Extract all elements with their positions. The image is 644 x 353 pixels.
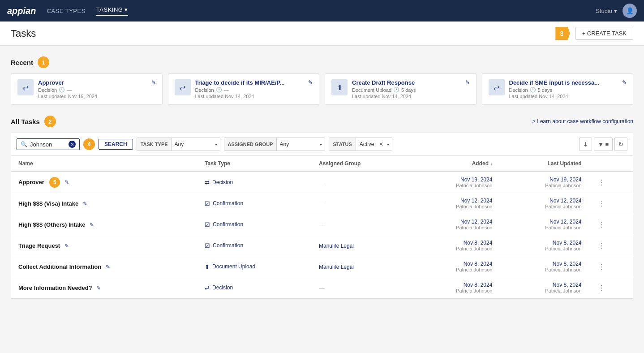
added-sort-icon[interactable]: ↓ xyxy=(490,161,492,166)
assigned-group-0: — xyxy=(319,179,325,186)
user-avatar[interactable]: 👤 xyxy=(623,4,637,18)
row-edit-icon-3[interactable]: ✎ xyxy=(64,243,69,249)
updated-date-2: Nov 12, 2024 xyxy=(507,219,581,225)
task-name-0: Approver xyxy=(18,179,44,185)
row-edit-icon-5[interactable]: ✎ xyxy=(96,285,101,291)
create-task-button[interactable]: + CREATE TASK xyxy=(575,27,633,40)
download-button[interactable]: ⬇ xyxy=(579,138,592,151)
task-name-4: Collect Additional Information xyxy=(18,263,101,270)
search-container: 🔍 ✕ xyxy=(17,138,80,150)
updated-person-3: Patricia Johnson xyxy=(507,246,581,251)
assigned-group-select[interactable]: Any xyxy=(277,138,317,151)
card-icon-3: ⇄ xyxy=(489,79,505,95)
studio-label: Studio xyxy=(596,8,612,14)
page-header: Tasks 3 + CREATE TASK xyxy=(0,22,644,46)
card-icon-2: ⬆ xyxy=(331,79,348,95)
added-person-0: Patricia Johnson xyxy=(417,183,492,188)
card-title-2: Create Draft Response xyxy=(352,79,461,86)
cell-name-0: Approver 5 ✎ xyxy=(11,172,197,193)
card-duration-0: — xyxy=(67,87,72,93)
added-date-5: Nov 8, 2024 xyxy=(417,282,492,288)
cell-added-1: Nov 12, 2024 Patricia Johnson xyxy=(410,193,499,214)
row-more-button-3[interactable]: ⋮ xyxy=(596,242,607,250)
updated-date-5: Nov 8, 2024 xyxy=(507,282,581,288)
added-date-2: Nov 12, 2024 xyxy=(417,219,492,225)
row-edit-icon-4[interactable]: ✎ xyxy=(106,264,110,270)
status-clear-button[interactable]: ✕ xyxy=(378,141,384,147)
nav-case-types[interactable]: CASE TYPES xyxy=(47,8,85,14)
task-type-5: ⇄ Decision xyxy=(205,284,305,291)
filter-actions: ⬇ ▼ ≡ ↻ xyxy=(579,138,627,151)
type-icon-3: ☑ xyxy=(205,242,210,249)
nav-left: appian CASE TYPES TASKING ▾ xyxy=(7,6,128,16)
row-more-button-4[interactable]: ⋮ xyxy=(596,263,607,271)
card-edit-1[interactable]: ✎ xyxy=(308,79,313,86)
row-edit-icon-1[interactable]: ✎ xyxy=(83,201,87,207)
status-value: Active xyxy=(356,138,378,151)
card-type-1: Decision xyxy=(195,87,214,93)
row-more-button-2[interactable]: ⋮ xyxy=(596,221,607,228)
row-edit-icon-0[interactable]: ✎ xyxy=(64,179,69,185)
col-assigned-group: Assigned Group xyxy=(312,156,410,172)
row-edit-icon-2[interactable]: ✎ xyxy=(90,222,94,228)
cell-type-2: ☑ Confirmation xyxy=(197,214,312,235)
row-more-button-1[interactable]: ⋮ xyxy=(596,200,607,207)
filter-button[interactable]: ▼ ≡ xyxy=(594,138,613,151)
type-label-3: Confirmation xyxy=(213,242,243,249)
cell-added-3: Nov 8, 2024 Patricia Johnson xyxy=(410,235,499,256)
card-content-0: Approver Decision 🕐 — Last updated Nov 1… xyxy=(38,79,147,99)
added-person-2: Patricia Johnson xyxy=(417,225,492,230)
task-type-3: ☑ Confirmation xyxy=(205,242,305,249)
tasking-dropdown-icon: ▾ xyxy=(125,6,128,13)
search-clear-button[interactable]: ✕ xyxy=(69,141,76,148)
assigned-group-5: — xyxy=(319,284,325,291)
cell-added-4: Nov 8, 2024 Patricia Johnson xyxy=(410,256,499,277)
table-row: Approver 5 ✎ ⇄ Decision — Nov 19, 2024 P… xyxy=(11,172,633,193)
task-type-label: TASK TYPE xyxy=(137,138,172,151)
added-date-4: Nov 8, 2024 xyxy=(417,261,492,267)
card-edit-2[interactable]: ✎ xyxy=(465,79,470,86)
added-person-1: Patricia Johnson xyxy=(417,204,492,209)
task-type-select[interactable]: Any xyxy=(172,138,212,151)
cell-more-2: ⋮ xyxy=(589,214,633,235)
card-edit-3[interactable]: ✎ xyxy=(622,79,627,86)
create-task-label: + CREATE TASK xyxy=(582,30,627,37)
card-icon-0: ⇄ xyxy=(17,79,34,95)
nav-tasking[interactable]: TASKING ▾ xyxy=(96,6,128,16)
card-date-1: Last updated Nov 14, 2024 xyxy=(195,94,304,99)
cell-updated-5: Nov 8, 2024 Patricia Johnson xyxy=(499,277,588,298)
refresh-button[interactable]: ↻ xyxy=(614,138,627,151)
cell-more-3: ⋮ xyxy=(589,235,633,256)
studio-button[interactable]: Studio ▾ xyxy=(596,8,617,14)
row-more-button-5[interactable]: ⋮ xyxy=(596,284,607,292)
col-added: Added ↓ xyxy=(410,156,499,172)
updated-date-3: Nov 8, 2024 xyxy=(507,240,581,246)
learn-link[interactable]: > Learn about case workflow configuratio… xyxy=(532,118,633,125)
recent-card-3[interactable]: ⇄ Decide if SME input is necessa... Deci… xyxy=(482,73,634,105)
task-name-2: High $$$ (Others) Intake xyxy=(18,221,86,228)
table-row: Triage Request ✎ ☑ Confirmation Manulife… xyxy=(11,235,633,256)
cell-added-5: Nov 8, 2024 Patricia Johnson xyxy=(410,277,499,298)
search-button[interactable]: SEARCH xyxy=(99,139,133,150)
row-more-button-0[interactable]: ⋮ xyxy=(596,179,607,186)
status-caret-icon[interactable]: ▾ xyxy=(384,142,392,147)
filters-bar: 🔍 ✕ 4 SEARCH TASK TYPE Any ▾ ASSIGNED GR… xyxy=(11,133,633,155)
card-date-2: Last updated Nov 14, 2024 xyxy=(352,94,461,99)
studio-chevron-icon: ▾ xyxy=(614,8,617,14)
search-input[interactable] xyxy=(30,141,66,148)
recent-card-0[interactable]: ⇄ Approver Decision 🕐 — Last updated Nov… xyxy=(11,73,163,105)
task-type-2: ☑ Confirmation xyxy=(205,221,305,228)
cell-name-3: Triage Request ✎ xyxy=(11,235,197,256)
assigned-group-label: ASSIGNED GROUP xyxy=(224,138,277,151)
recent-card-2[interactable]: ⬆ Create Draft Response Document Upload … xyxy=(325,73,477,105)
cell-group-5: — xyxy=(312,277,410,298)
recent-callout: 1 xyxy=(38,56,49,68)
recent-card-1[interactable]: ⇄ Triage to decide if its MIR/AE/P... De… xyxy=(168,73,320,105)
main-content: Recent 1 ⇄ Approver Decision 🕐 — Last up… xyxy=(0,46,644,306)
card-content-1: Triage to decide if its MIR/AE/P... Deci… xyxy=(195,79,304,99)
header-actions: 3 + CREATE TASK xyxy=(555,27,633,40)
cell-group-4: Manulife Legal xyxy=(312,256,410,277)
type-label-2: Confirmation xyxy=(213,221,243,228)
card-edit-0[interactable]: ✎ xyxy=(151,79,156,86)
card-subtitle-2: Document Upload 🕐 5 days xyxy=(352,87,461,93)
